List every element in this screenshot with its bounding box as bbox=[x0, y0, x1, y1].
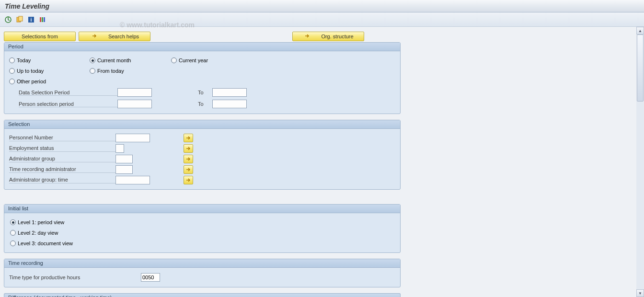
scroll-thumb[interactable] bbox=[637, 34, 644, 102]
time-type-label: Time type for productive hours bbox=[9, 274, 141, 280]
time-recording-header: Time recording bbox=[4, 259, 400, 268]
variant-icon[interactable] bbox=[15, 15, 24, 24]
data-selection-from-input[interactable] bbox=[117, 88, 152, 97]
admin-group-multi-button[interactable] bbox=[184, 155, 193, 163]
search-helps-button[interactable]: Search helps bbox=[79, 32, 150, 41]
time-rec-admin-multi-button[interactable] bbox=[184, 165, 193, 174]
difference-header: Difference (documented time - working ti… bbox=[4, 293, 401, 297]
admin-group-time-input[interactable] bbox=[115, 176, 150, 184]
today-label: Today bbox=[17, 57, 31, 63]
personnel-number-multi-button[interactable] bbox=[184, 134, 193, 142]
admin-group-label: Administrator group bbox=[9, 156, 115, 162]
content-area: Selections from Search helps Org. struct… bbox=[0, 27, 644, 297]
data-selection-period-label: Data Selection Period bbox=[19, 90, 117, 96]
to-label-2: To bbox=[184, 101, 212, 107]
level3-label: Level 3: document view bbox=[18, 240, 73, 246]
up-to-today-label: Up to today bbox=[17, 68, 44, 74]
radio-level1[interactable] bbox=[10, 219, 16, 225]
employment-status-multi-button[interactable] bbox=[184, 144, 193, 153]
radio-up-to-today[interactable] bbox=[9, 68, 15, 74]
button-row: Selections from Search helps Org. struct… bbox=[4, 32, 632, 41]
admin-group-time-multi-button[interactable] bbox=[184, 176, 193, 184]
selections-from-label: Selections from bbox=[22, 34, 58, 39]
person-selection-to-input[interactable] bbox=[212, 100, 247, 108]
current-year-label: Current year bbox=[179, 57, 208, 63]
personnel-number-input[interactable] bbox=[115, 134, 150, 142]
other-period-label: Other period bbox=[17, 79, 46, 84]
execute-icon[interactable] bbox=[4, 15, 12, 24]
radio-level2[interactable] bbox=[10, 230, 16, 236]
title-bar: Time Leveling bbox=[0, 0, 644, 12]
radio-level3[interactable] bbox=[10, 240, 16, 246]
employment-status-input[interactable] bbox=[115, 144, 124, 153]
org-structure-label: Org. structure bbox=[321, 34, 353, 39]
svg-rect-2 bbox=[19, 16, 23, 21]
time-rec-admin-label: Time recording administrator bbox=[9, 166, 115, 173]
personnel-number-label: Personnel Number bbox=[9, 135, 115, 141]
layout-icon[interactable] bbox=[38, 15, 47, 24]
toolbar: i bbox=[0, 12, 644, 27]
scroll-track[interactable] bbox=[636, 34, 644, 289]
search-helps-label: Search helps bbox=[108, 34, 139, 39]
radio-other-period[interactable] bbox=[9, 79, 15, 84]
from-today-label: From today bbox=[97, 68, 124, 74]
person-selection-from-input[interactable] bbox=[117, 100, 152, 108]
radio-from-today[interactable] bbox=[90, 68, 95, 74]
scroll-down-button[interactable]: ▼ bbox=[636, 289, 644, 297]
time-type-input[interactable] bbox=[141, 273, 160, 282]
selection-panel: Selection Personnel Number Employment st… bbox=[4, 120, 401, 190]
svg-rect-7 bbox=[44, 17, 45, 22]
initial-list-panel: Initial list Level 1: period view Level … bbox=[4, 204, 401, 253]
level1-label: Level 1: period view bbox=[18, 219, 64, 225]
selection-header: Selection bbox=[4, 120, 400, 129]
admin-group-time-label: Administrator group: time bbox=[9, 177, 115, 183]
person-selection-period-label: Person selection period bbox=[19, 101, 117, 107]
page-title: Time Leveling bbox=[5, 2, 49, 10]
scroll-up-button[interactable]: ▲ bbox=[636, 27, 644, 34]
radio-current-month[interactable] bbox=[90, 57, 95, 63]
data-selection-to-input[interactable] bbox=[212, 88, 247, 97]
initial-list-header: Initial list bbox=[4, 205, 400, 213]
current-month-label: Current month bbox=[97, 57, 131, 63]
info-icon[interactable]: i bbox=[27, 15, 35, 24]
svg-rect-5 bbox=[40, 17, 41, 22]
time-recording-panel: Time recording Time type for productive … bbox=[4, 259, 401, 287]
admin-group-input[interactable] bbox=[115, 155, 133, 163]
org-structure-button[interactable]: Org. structure bbox=[292, 32, 364, 41]
level2-label: Level 2: day view bbox=[18, 230, 58, 236]
employment-status-label: Employment status bbox=[9, 145, 115, 152]
to-label-1: To bbox=[184, 90, 212, 95]
selections-from-button[interactable]: Selections from bbox=[4, 32, 76, 41]
period-panel: Period Today Current month Current year bbox=[4, 42, 401, 114]
arrow-right-icon bbox=[92, 34, 97, 39]
radio-today[interactable] bbox=[9, 57, 15, 63]
arrow-right-icon bbox=[305, 34, 310, 39]
scrollbar[interactable]: ▲ ▼ bbox=[636, 27, 644, 297]
svg-rect-6 bbox=[42, 17, 43, 22]
time-rec-admin-input[interactable] bbox=[115, 165, 133, 174]
period-header: Period bbox=[4, 43, 400, 51]
svg-text:i: i bbox=[31, 17, 32, 23]
radio-current-year[interactable] bbox=[171, 57, 177, 63]
